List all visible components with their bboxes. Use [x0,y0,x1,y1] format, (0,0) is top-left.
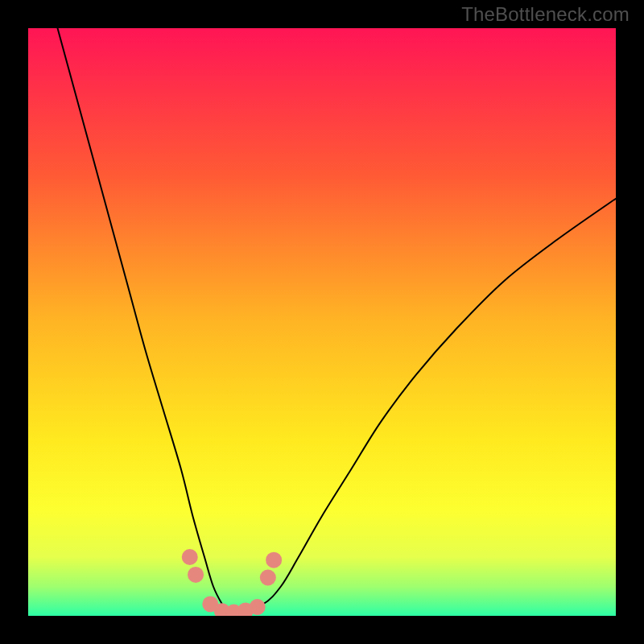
watermark-text: TheBottleneck.com [461,3,630,26]
chart-container: TheBottleneck.com [0,0,644,644]
marker-point [182,549,198,565]
marker-point [260,570,276,586]
curve-main-curve [58,28,617,614]
chart-curves [28,28,616,616]
plot-area [28,28,616,616]
marker-point [250,599,266,615]
marker-point [188,567,204,583]
marker-point [266,552,282,568]
